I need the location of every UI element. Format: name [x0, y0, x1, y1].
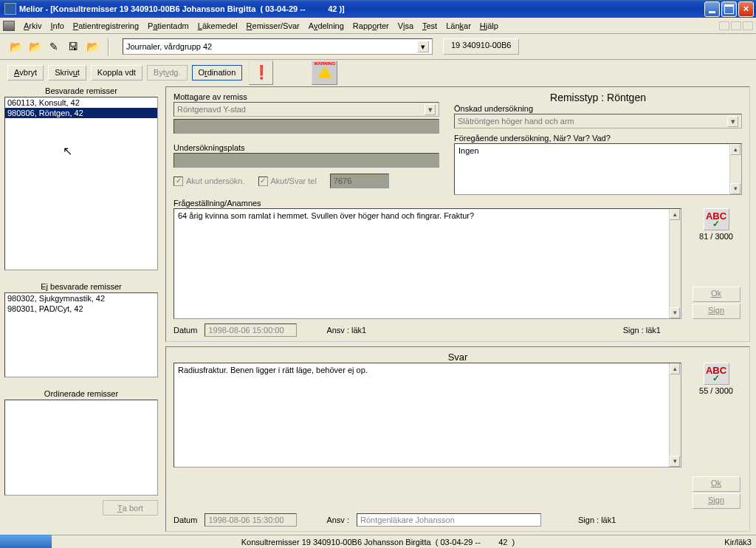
datum2-field[interactable]: 1998-08-06 15:30:00 [205, 513, 297, 527]
avbryt-button[interactable]: Avbryt [7, 65, 44, 81]
list-item[interactable]: 980806, Röntgen, 42 [5, 108, 157, 118]
scrollbar[interactable]: ▴▾ [729, 144, 741, 194]
mottagare-label: Mottagare av remiss [173, 92, 439, 102]
ordinerade-list[interactable] [4, 400, 158, 496]
minimize-button[interactable] [704, 1, 720, 17]
menu-hjalp[interactable]: Hjälp [475, 20, 503, 32]
sign2-label: Sign : läk1 [578, 516, 616, 524]
toolbar-divider [108, 38, 109, 56]
ej-besvarade-label: Ej besvarade remisser [4, 281, 158, 292]
char-count-1: 81 / 3000 [699, 232, 733, 241]
ta-bort-button: Ta bort [103, 500, 158, 516]
onskad-label: Önskad undersökning [454, 103, 742, 114]
folder-arrow-icon[interactable]: 📂 [84, 38, 100, 55]
datum1-field[interactable]: 1998-08-06 15:00:00 [205, 323, 297, 337]
spellcheck-icon[interactable]: ABC [704, 363, 729, 385]
chevron-down-icon: ▾ [727, 116, 738, 127]
ordination-button[interactable]: Ordination [192, 65, 243, 81]
scrollbar[interactable]: ▴▾ [669, 363, 681, 467]
akut-undersokn-check: ✓Akut undersökn. [173, 177, 245, 186]
warning-icon[interactable]: WARNING [312, 61, 337, 85]
fragestallning-textarea[interactable]: 64 årig kvinna som ramlat i hemmet. Svul… [173, 208, 681, 319]
spellcheck-icon[interactable]: ABC [704, 208, 729, 230]
skriv-ut-button[interactable]: Skriv ut [48, 65, 86, 81]
char-count-2: 55 / 3000 [699, 386, 733, 395]
ej-besvarade-list[interactable]: 980302, Sjukgymnastik, 42 980301, PAD/Cy… [4, 292, 158, 377]
maximize-button[interactable] [721, 1, 737, 17]
byt-vdg-button: Byt vdg. [147, 65, 188, 81]
menu-patientregistrering[interactable]: Patientregistrering [69, 20, 143, 32]
statusbar: Konsultremisser 19 340910-00B6 Johansson… [0, 535, 756, 548]
akut-svar-tel-check: ✓Akut/Svar tel [258, 177, 317, 186]
foregaende-textarea[interactable]: Ingen ▴▾ [454, 143, 742, 195]
alert-icon[interactable]: ❗ [249, 61, 273, 85]
ok-button-2[interactable]: Ok [693, 476, 740, 492]
sign-button-1[interactable]: Sign [693, 304, 740, 319]
menu-rapporter[interactable]: Rapporter [348, 20, 394, 32]
menu-avdelning[interactable]: Avdelning [304, 20, 348, 32]
menu-patientadm[interactable]: Patientadm [143, 20, 193, 32]
ansv1-label: Ansv : läk1 [326, 326, 366, 335]
menu-lankar[interactable]: Länkar [441, 20, 475, 32]
remiss-form: Mottagare av remiss Röntgenavd Y-stad▾ U… [165, 86, 750, 342]
list-item[interactable]: 980302, Sjukgymnastik, 42 [5, 293, 157, 304]
app-icon [4, 3, 16, 15]
menubar: Arkiv Info Patientregistrering Patientad… [0, 18, 756, 34]
patient-id-button[interactable]: 19 340910-00B6 [443, 38, 519, 55]
fragestallning-label: Frågeställning/Anamnes [173, 198, 742, 208]
toolbar: 📂 📂 ✎ 🖫 📂 Journaler, vårdgrupp 42 ▾ 19 3… [0, 34, 756, 60]
close-button[interactable]: × [738, 1, 754, 17]
journal-select[interactable]: Journaler, vårdgrupp 42 ▾ [123, 38, 433, 55]
akut-tel-field: 7676 [330, 174, 389, 188]
foregaende-label: Föregående undersökning, När? Var? Vad? [454, 133, 742, 143]
action-bar: Avbryt Skriv ut Koppla vdt Byt vdg. Ordi… [0, 60, 756, 85]
menu-test[interactable]: Test [418, 20, 441, 32]
svar-title: Svar [173, 352, 742, 363]
right-panel: Mottagare av remiss Röntgenavd Y-stad▾ U… [162, 85, 756, 535]
ansv2-field[interactable]: Röntgenläkare Johansson [357, 513, 541, 527]
datum2-label: Datum [173, 516, 197, 524]
window-title: Melior - [Konsultremisser 19 340910-00B6… [19, 4, 704, 13]
ordinerade-label: Ordinerade remisser [4, 388, 158, 400]
scrollbar[interactable]: ▴▾ [669, 209, 681, 318]
menu-info[interactable]: Info [46, 20, 68, 32]
menu-visa[interactable]: Visa [394, 20, 418, 32]
journal-select-text: Journaler, vårdgrupp 42 [126, 42, 417, 51]
chevron-down-icon[interactable]: ▾ [417, 41, 429, 52]
besvarade-list[interactable]: 060113, Konsult, 42 980806, Röntgen, 42 [4, 97, 158, 270]
datum1-label: Datum [173, 326, 197, 335]
chevron-down-icon: ▾ [425, 104, 436, 115]
menu-arkiv[interactable]: Arkiv [19, 20, 46, 32]
menu-lakemedel[interactable]: Läkemedel [193, 20, 242, 32]
svar-form: Svar Radiusfraktur. Benen ligger i rätt … [165, 346, 750, 532]
list-item[interactable]: 980301, PAD/Cyt, 42 [5, 304, 157, 314]
besvarade-label: Besvarade remisser [4, 85, 158, 97]
doc-icon [3, 21, 15, 31]
remisstyp-label: Remisstyp : Röntgen [454, 92, 742, 103]
ok-button-1[interactable]: Ok [693, 287, 740, 302]
status-right: Kir/läk3 [724, 538, 752, 547]
status-center: Konsultremisser 19 340910-00B6 Johansson… [241, 538, 515, 547]
mottagare-select[interactable]: Röntgenavd Y-stad▾ [173, 102, 439, 117]
left-panel: Besvarade remisser 060113, Konsult, 42 9… [0, 85, 162, 535]
sign1-label: Sign : läk1 [623, 326, 661, 335]
open-folder2-icon[interactable]: 📂 [27, 38, 43, 55]
svar-textarea[interactable]: Radiusfraktur. Benen ligger i rätt läge,… [173, 363, 681, 467]
undersokningsplats-label: Undersökningsplats [173, 143, 439, 153]
sign-button-2[interactable]: Sign [693, 493, 740, 509]
pencil-icon[interactable]: ✎ [46, 38, 62, 55]
undersokningsplats-field [173, 153, 439, 168]
koppla-vdt-button[interactable]: Koppla vdt [91, 65, 142, 81]
open-folder-icon[interactable]: 📂 [7, 38, 24, 55]
onskad-select[interactable]: Slätröntgen höger hand och arm▾ [454, 114, 742, 129]
menu-remisser[interactable]: Remisser/Svar [242, 20, 304, 32]
mottagare-extra [173, 119, 439, 134]
taskbar [0, 535, 52, 548]
save-icon[interactable]: 🖫 [65, 38, 81, 55]
list-item[interactable]: 060113, Konsult, 42 [5, 97, 157, 108]
ansv2-label: Ansv : [326, 516, 349, 524]
mdi-buttons[interactable] [719, 21, 753, 30]
titlebar: Melior - [Konsultremisser 19 340910-00B6… [0, 0, 756, 18]
